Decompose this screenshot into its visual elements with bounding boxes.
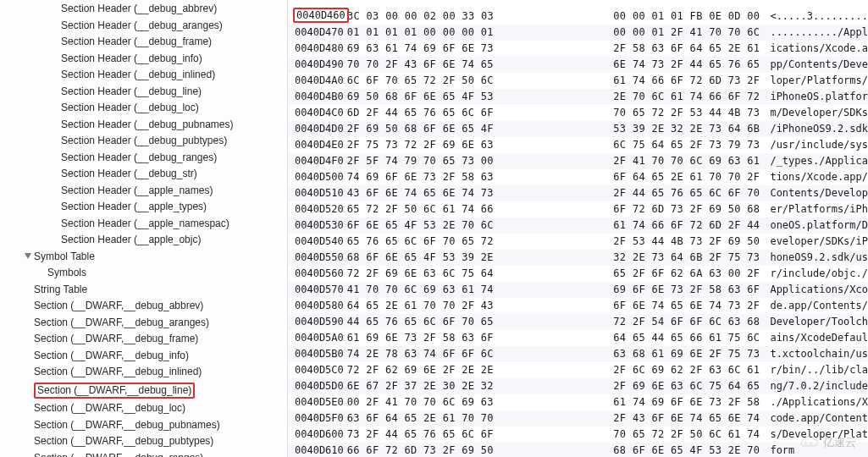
tree-item-label: Section (__DWARF,__debug_abbrev) bbox=[34, 300, 203, 311]
hex-offset: 0040D580 bbox=[288, 298, 344, 314]
tree-item-label: Section (__DWARF,__debug_info) bbox=[34, 350, 189, 361]
tree-item-section-8[interactable]: Section (__DWARF,__debug_pubtypes) bbox=[0, 433, 287, 450]
tree-item-section-header-2[interactable]: Section Header (__debug_frame) bbox=[0, 34, 287, 51]
hex-bytes-left: 69 50 68 6F 6E 65 4F 53 bbox=[344, 89, 573, 105]
hex-bytes-left: 72 2F 62 69 6E 2F 2E 2E bbox=[344, 362, 573, 378]
tree-item-section-header-4[interactable]: Section Header (__debug_inlined) bbox=[0, 67, 287, 84]
tree-item-symbols[interactable]: Symbols bbox=[0, 265, 287, 282]
hex-row[interactable]: 0040D58064 65 2E 61 70 70 2F 436F 6E 74 … bbox=[288, 298, 868, 314]
tree-item-symbol-table[interactable]: Symbol Table bbox=[0, 249, 287, 266]
hex-row[interactable]: 0040D4D02F 69 50 68 6F 6E 65 4F53 39 2E … bbox=[288, 121, 868, 137]
tree-item-section-2[interactable]: Section (__DWARF,__debug_frame) bbox=[0, 331, 287, 348]
tree-item-section-0[interactable]: Section (__DWARF,__debug_abbrev) bbox=[0, 298, 287, 315]
hex-ascii: pp/Contents/Deve bbox=[765, 57, 868, 73]
tree-item-section-header-7[interactable]: Section Header (__debug_pubnames) bbox=[0, 117, 287, 134]
hex-offset: 0040D4D0 bbox=[288, 121, 344, 137]
tree-item-section-3[interactable]: Section (__DWARF,__debug_info) bbox=[0, 348, 287, 365]
hex-ascii: r/bin/../lib/cla bbox=[765, 362, 868, 378]
tree-item-label: Section Header (__apple_names) bbox=[61, 184, 213, 196]
hex-row[interactable]: 0040D4A06C 6F 70 65 72 2F 50 6C61 74 66 … bbox=[288, 73, 868, 89]
tree-item-section-header-5[interactable]: Section Header (__debug_line) bbox=[0, 84, 287, 101]
hex-row[interactable]: 0040D55068 6F 6E 65 4F 53 39 2E32 2E 73 … bbox=[288, 250, 868, 266]
hex-bytes-right: 68 6F 6E 65 4F 53 2E 70 bbox=[573, 443, 766, 457]
hex-ascii: ng/7.0.2/include bbox=[765, 378, 868, 394]
hex-row[interactable]: 0040D4F02F 5F 74 79 70 65 73 002F 41 70 … bbox=[288, 153, 868, 169]
hex-row[interactable]: 0040D5D06E 67 2F 37 2E 30 2E 322F 69 6E … bbox=[288, 378, 868, 394]
hex-bytes-right: 6F 72 6D 73 2F 69 50 68 bbox=[573, 201, 766, 217]
hex-row[interactable]: 0040D4B069 50 68 6F 6E 65 4F 532E 70 6C … bbox=[288, 89, 868, 105]
hex-bytes-right: 53 39 2E 32 2E 73 64 6B bbox=[573, 121, 766, 137]
hex-row[interactable]: 0040D5F063 6F 64 65 2E 61 70 702F 43 6F … bbox=[288, 410, 868, 427]
hex-row[interactable]: 0040D47001 01 01 01 00 00 00 0100 00 01 … bbox=[288, 25, 868, 41]
tree-item-section-header-11[interactable]: Section Header (__apple_names) bbox=[0, 183, 287, 200]
hex-ascii: Contents/Develop bbox=[765, 185, 868, 201]
hex-row[interactable]: 0040D59044 65 76 65 6C 6F 70 6572 2F 54 … bbox=[288, 314, 868, 330]
hex-row[interactable]: 0040D4E02F 75 73 72 2F 69 6E 636C 75 64 … bbox=[288, 137, 868, 153]
tree-item-section-6[interactable]: Section (__DWARF,__debug_loc) bbox=[0, 400, 287, 417]
tree-item-label: Section (__DWARF,__debug_line) bbox=[37, 384, 191, 396]
hex-offset: 0040D500 bbox=[288, 169, 344, 185]
hex-row[interactable]: 0040D51043 6F 6E 74 65 6E 74 732F 44 65 … bbox=[288, 185, 868, 201]
tree-item-section-header-1[interactable]: Section Header (__debug_aranges) bbox=[0, 18, 287, 35]
hex-row[interactable]: 0040D48069 63 61 74 69 6F 6E 732F 58 63 … bbox=[288, 41, 868, 57]
tree-item-section-1[interactable]: Section (__DWARF,__debug_aranges) bbox=[0, 315, 287, 332]
tree-item-section-header-6[interactable]: Section Header (__debug_loc) bbox=[0, 100, 287, 117]
hex-row[interactable]: 0040D61066 6F 72 6D 73 2F 69 5068 6F 6E … bbox=[288, 443, 868, 457]
hex-bytes-left: 74 69 6F 6E 73 2F 58 63 bbox=[344, 169, 573, 185]
tree-item-section-header-9[interactable]: Section Header (__debug_ranges) bbox=[0, 150, 287, 167]
hex-offset: 0040D590 bbox=[288, 314, 344, 330]
tree-item-string-table[interactable]: String Table bbox=[0, 282, 287, 299]
hex-ascii: Developer/Toolch bbox=[765, 314, 868, 330]
hex-bytes-left: 61 69 6E 73 2F 58 63 6F bbox=[344, 330, 573, 346]
tree-item-section-header-13[interactable]: Section Header (__apple_namespac) bbox=[0, 216, 287, 233]
hex-row[interactable]: 0040D4603C 03 00 00 02 00 33 0300 00 01 … bbox=[288, 8, 868, 25]
hex-offset: 0040D550 bbox=[288, 250, 344, 266]
hex-bytes-right: 2F 44 65 76 65 6C 6F 70 bbox=[573, 185, 766, 201]
hex-bytes-left: 01 01 01 01 00 00 00 01 bbox=[344, 25, 573, 41]
tree-item-label: Section Header (__debug_abbrev) bbox=[61, 3, 217, 14]
tree-item-section-5[interactable]: Section (__DWARF,__debug_line) bbox=[0, 381, 287, 401]
hex-row[interactable]: 0040D57041 70 70 6C 69 63 61 7469 6F 6E … bbox=[288, 282, 868, 298]
hex-bytes-left: 3C 03 00 00 02 00 33 03 bbox=[344, 8, 573, 25]
hex-row[interactable]: 0040D52065 72 2F 50 6C 61 74 666F 72 6D … bbox=[288, 201, 868, 217]
hex-bytes-right: 00 00 01 2F 41 70 70 6C bbox=[573, 25, 766, 41]
hex-row[interactable]: 0040D50074 69 6F 6E 73 2F 58 636F 64 65 … bbox=[288, 169, 868, 185]
sidebar-tree[interactable]: Section Header (__debug_abbrev)Section H… bbox=[0, 0, 287, 457]
hex-ascii: t.xctoolchain/us bbox=[765, 346, 868, 362]
hex-row[interactable]: 0040D56072 2F 69 6E 63 6C 75 6465 2F 6F … bbox=[288, 266, 868, 282]
hex-row[interactable]: 0040D49070 70 2F 43 6F 6E 74 656E 74 73 … bbox=[288, 57, 868, 73]
hex-ascii: iPhoneOS.platfor bbox=[765, 89, 868, 105]
tree-item-label: Section Header (__debug_frame) bbox=[61, 36, 212, 47]
hex-ascii: loper/Platforms/ bbox=[765, 73, 868, 89]
hex-offset: 0040D560 bbox=[288, 266, 344, 282]
hex-offset: 0040D510 bbox=[288, 185, 344, 201]
tree-item-section-header-8[interactable]: Section Header (__debug_pubtypes) bbox=[0, 133, 287, 150]
hex-row[interactable]: 0040D5E000 2F 41 70 70 6C 69 6361 74 69 … bbox=[288, 394, 868, 410]
tree-item-section-header-3[interactable]: Section Header (__debug_info) bbox=[0, 51, 287, 68]
tree-item-label: Section Header (__debug_loc) bbox=[61, 102, 199, 113]
tree-item-section-4[interactable]: Section (__DWARF,__debug_inlined) bbox=[0, 364, 287, 381]
hex-row[interactable]: 0040D5C072 2F 62 69 6E 2F 2E 2E2F 6C 69 … bbox=[288, 362, 868, 378]
hex-ascii: ications/Xcode.a bbox=[765, 41, 868, 57]
hex-row[interactable]: 0040D4C06D 2F 44 65 76 65 6C 6F70 65 72 … bbox=[288, 105, 868, 121]
tree-item-section-7[interactable]: Section (__DWARF,__debug_pubnames) bbox=[0, 417, 287, 434]
hex-offset: 0040D490 bbox=[288, 57, 344, 73]
hex-row[interactable]: 0040D5306F 6E 65 4F 53 2E 70 6C61 74 66 … bbox=[288, 217, 868, 234]
hex-offset: 0040D4E0 bbox=[288, 137, 344, 153]
hex-bytes-left: 63 6F 64 65 2E 61 70 70 bbox=[344, 410, 573, 427]
tree-item-label: Symbols bbox=[47, 267, 86, 278]
hex-bytes-right: 64 65 44 65 66 61 75 6C bbox=[573, 330, 766, 346]
tree-item-section-9[interactable]: Section (__DWARF,__debug_ranges) bbox=[0, 450, 287, 458]
tree-item-section-header-10[interactable]: Section Header (__debug_str) bbox=[0, 166, 287, 183]
tree-item-section-header-12[interactable]: Section Header (__apple_types) bbox=[0, 199, 287, 216]
hex-viewer[interactable]: 0040D4603C 03 00 00 02 00 33 0300 00 01 … bbox=[287, 0, 868, 457]
disclosure-triangle-icon[interactable] bbox=[24, 251, 32, 260]
tree-item-section-header-0[interactable]: Section Header (__debug_abbrev) bbox=[0, 1, 287, 18]
hex-row[interactable]: 0040D5A061 69 6E 73 2F 58 63 6F64 65 44 … bbox=[288, 330, 868, 346]
hex-bytes-left: 00 2F 41 70 70 6C 69 63 bbox=[344, 394, 573, 410]
hex-row[interactable]: 0040D5B074 2E 78 63 74 6F 6F 6C63 68 61 … bbox=[288, 346, 868, 362]
hex-row[interactable]: 0040D54065 76 65 6C 6F 70 65 722F 53 44 … bbox=[288, 234, 868, 250]
tree-item-label: Section (__DWARF,__debug_inlined) bbox=[34, 366, 202, 377]
hex-row[interactable]: 0040D60073 2F 44 65 76 65 6C 6F70 65 72 … bbox=[288, 427, 868, 443]
tree-item-section-header-14[interactable]: Section Header (__apple_objc) bbox=[0, 232, 287, 249]
